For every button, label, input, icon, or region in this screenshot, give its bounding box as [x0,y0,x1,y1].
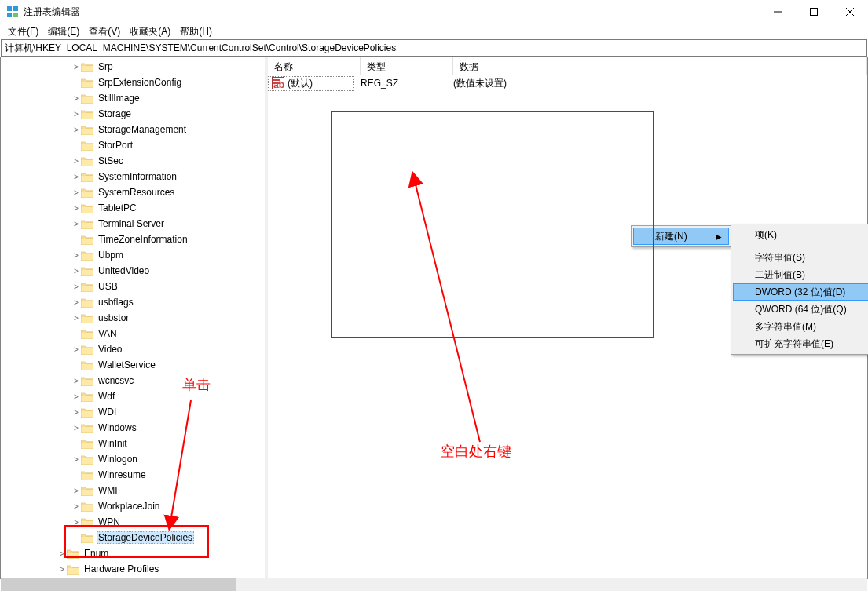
ctx-sub-item[interactable]: 可扩充字符串值(E) [733,335,868,352]
close-button[interactable] [832,0,868,24]
ctx-sub-item-label: 二进制值(B) [755,268,805,282]
tree-item-label: Hardware Profiles [82,563,160,575]
tree-item[interactable]: >Srp [1,59,265,75]
tree-twisty-icon[interactable]: > [71,204,81,213]
tree-item[interactable]: >StorageDevicePolicies [1,530,265,545]
tree-item-label: VAN [97,327,119,340]
tree-item[interactable]: >WorkplaceJoin [1,498,265,514]
tree-item[interactable]: >Wdf [1,389,265,404]
tree-twisty-icon[interactable]: > [71,110,81,119]
tree-item-label: UnitedVideo [97,264,151,277]
tree-item[interactable]: >SrpExtensionConfig [1,75,265,90]
folder-icon [67,564,79,575]
tree-item[interactable]: >SystemInformation [1,169,265,184]
tree-item[interactable]: >Hardware Profiles [1,561,265,577]
tree-item[interactable]: >StorPort [1,137,265,153]
col-data[interactable]: 数据 [453,57,867,75]
tree-twisty-icon[interactable]: > [71,298,81,307]
folder-icon [81,517,93,527]
tree-item[interactable]: >WDI [1,404,265,420]
list-pane[interactable]: 名称 类型 数据 (默认) REG_SZ (数值未设置) 新建(N) ▶ 项(K… [268,57,868,579]
tree-item[interactable]: >WMI [1,483,265,498]
tree-item[interactable]: >VAN [1,326,265,341]
context-submenu[interactable]: 项(K)字符串值(S)二进制值(B)DWORD (32 位)值(D)QWORD … [731,224,868,355]
ctx-sub-item[interactable]: DWORD (32 位)值(D) [733,283,868,301]
tree-item[interactable]: >Windows [1,420,265,436]
address-bar[interactable]: 计算机\HKEY_LOCAL_MACHINE\SYSTEM\CurrentCon… [1,39,867,57]
menu-help[interactable]: 帮助(H) [175,24,217,40]
maximize-button[interactable] [796,0,832,24]
menu-edit[interactable]: 编辑(E) [43,24,84,40]
tree-item[interactable]: >TimeZoneInformation [1,232,265,247]
menu-view[interactable]: 查看(V) [84,24,125,40]
tree-item[interactable]: >Winlogon [1,451,265,467]
tree-pane[interactable]: >Srp>SrpExtensionConfig>StillImage>Stora… [0,57,265,579]
tree-twisty-icon[interactable]: > [71,408,81,417]
tree-twisty-icon[interactable]: > [71,314,81,323]
menu-favorites[interactable]: 收藏夹(A) [125,24,175,40]
tree-item[interactable]: >TabletPC [1,200,265,216]
tree-twisty-icon[interactable]: > [71,251,81,260]
tree-item[interactable]: >Terminal Server [1,216,265,232]
tree-twisty-icon[interactable]: > [71,377,81,385]
tree-twisty-icon[interactable]: > [71,188,81,197]
tree-item-label: StillImage [97,92,141,104]
tree-twisty-icon[interactable]: > [71,392,81,401]
tree-item[interactable]: >WinInit [1,436,265,451]
tree-twisty-icon[interactable]: > [71,94,81,103]
tree-twisty-icon[interactable]: > [71,173,81,181]
tree-item[interactable]: >Winresume [1,467,265,483]
col-name[interactable]: 名称 [268,57,361,75]
tree-item[interactable]: >Storage [1,106,265,122]
tree-item[interactable]: >StillImage [1,90,265,106]
tree-item-label: Storage [97,108,133,120]
ctx-new[interactable]: 新建(N) ▶ [633,228,729,245]
tree-twisty-icon[interactable]: > [71,283,81,291]
tree-item[interactable]: >USB [1,279,265,294]
tree-twisty-icon[interactable]: > [71,267,81,275]
tree-item[interactable]: >Ubpm [1,247,265,263]
tree-item[interactable]: >Video [1,341,265,357]
tree-item-label: SrpExtensionConfig [97,76,183,89]
tree-twisty-icon[interactable]: > [71,126,81,134]
tree-twisty-icon[interactable]: > [71,487,81,495]
tree-twisty-icon[interactable]: > [71,220,81,228]
tree-twisty-icon[interactable]: > [71,518,81,527]
ctx-sub-item-label: 可扩充字符串值(E) [755,337,833,351]
tree-twisty-icon[interactable]: > [57,565,67,574]
tree-item[interactable]: >UnitedVideo [1,263,265,279]
tree-twisty-icon[interactable]: > [57,549,67,558]
menu-file[interactable]: 文件(F) [3,24,43,40]
tree-item[interactable]: >StorageManagement [1,122,265,137]
tree-item[interactable]: >StSec [1,153,265,169]
tree-item[interactable]: >wcncsvc [1,373,265,389]
tree-item-label: wcncsvc [97,374,135,387]
tree-twisty-icon[interactable]: > [71,63,81,71]
tree-twisty-icon[interactable]: > [71,157,81,166]
tree-twisty-icon[interactable]: > [71,502,81,511]
list-row[interactable]: (默认) REG_SZ (数值未设置) [268,75,867,91]
tree-item[interactable]: >WalletService [1,357,265,373]
ctx-sub-item[interactable]: 多字符串值(M) [733,318,868,335]
window-title: 注册表编辑器 [24,5,760,19]
tree-item[interactable]: >Enum [1,545,265,561]
tree-item[interactable]: >SystemResources [1,184,265,200]
tree-item[interactable]: >WPN [1,514,265,530]
tree-item-label: StorPort [97,139,134,151]
tree-twisty-icon[interactable]: > [71,455,81,464]
tree-item[interactable]: >usbflags [1,294,265,310]
ctx-sub-item[interactable]: QWORD (64 位)值(Q) [733,301,868,318]
minimize-button[interactable] [760,0,796,24]
tree-twisty-icon[interactable]: > [71,424,81,432]
ctx-sub-item[interactable]: 字符串值(S) [733,249,868,266]
col-type[interactable]: 类型 [361,57,453,75]
value-data: (数值未设置) [447,77,513,90]
ctx-sub-item[interactable]: 二进制值(B) [733,266,868,283]
folder-icon [81,392,93,402]
tree-item[interactable]: >usbstor [1,310,265,326]
tree-twisty-icon[interactable]: > [71,345,81,354]
folder-icon [81,502,93,512]
ctx-sub-item[interactable]: 项(K) [733,226,868,243]
horizontal-scrollbar[interactable] [1,578,867,591]
context-menu[interactable]: 新建(N) ▶ 项(K)字符串值(S)二进制值(B)DWORD (32 位)值(… [631,225,731,247]
